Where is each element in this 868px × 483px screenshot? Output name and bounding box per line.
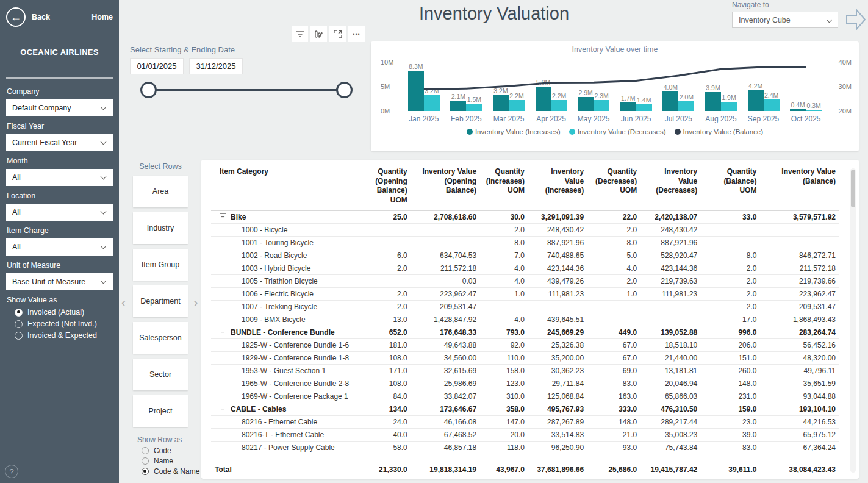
rows-button-industry[interactable]: Industry	[133, 212, 188, 244]
bar[interactable]	[662, 91, 678, 111]
fiscal-year-select[interactable]: Current Fiscal Year	[6, 134, 113, 151]
table-row[interactable]: 1969-W - Conference Package 184.033,842.…	[211, 390, 839, 403]
back-arrow-icon[interactable]: ←	[6, 7, 26, 27]
table-row[interactable]: 1005 - Triathlon Bicycle0.034.0439,479.2…	[211, 275, 839, 288]
table-row[interactable]: 80217 - Power Supply Cable58.046,857.181…	[211, 442, 839, 454]
radio-code[interactable]: Code	[142, 446, 199, 455]
table-row[interactable]: 1929-W - Conference Bundle 1-8108.034,56…	[211, 352, 839, 365]
location-select[interactable]: All	[6, 204, 113, 221]
table-row[interactable]: 80216 - Ethernet Cable24.046,166.08147.0…	[211, 416, 839, 429]
rows-button-item-group[interactable]: Item Group	[133, 249, 188, 281]
end-date-input[interactable]: 31/12/2025	[189, 58, 243, 74]
table-row[interactable]: 1002 - Road Bicycle6.0634,704.537.0740,4…	[211, 249, 839, 262]
back-button[interactable]: Back	[32, 13, 50, 21]
table-scrollbar[interactable]	[850, 168, 856, 473]
bar-group[interactable]: 4.0M2.0M	[658, 55, 700, 111]
bar[interactable]	[466, 104, 482, 111]
bar[interactable]	[705, 92, 721, 111]
chevron-left-icon[interactable]: ‹	[121, 295, 126, 311]
navigate-to-select[interactable]: Inventory Cube	[732, 12, 838, 28]
table-row[interactable]: −CABLE - Cables134.0173,646.67358.0495,7…	[211, 403, 839, 416]
help-icon[interactable]: ?	[5, 465, 18, 478]
bar[interactable]	[493, 95, 509, 111]
rows-button-area[interactable]: Area	[133, 176, 188, 207]
bar-group[interactable]: 2.1M1.5M	[445, 55, 488, 111]
start-date-input[interactable]: 01/01/2025	[130, 58, 184, 74]
table-row[interactable]: 1006 - Electric Bicycle2.0223,962.471.01…	[211, 288, 839, 301]
bar[interactable]	[806, 110, 822, 111]
table-row[interactable]: 1001 - Touring Bicycle8.0887,921.968.088…	[211, 237, 839, 249]
table-row[interactable]: 1007 - Trekking Bicycle2.0209,531.472.02…	[211, 301, 839, 313]
column-header[interactable]: Inventory Value (Balance)	[760, 166, 839, 210]
legend-item[interactable]: Inventory Value (Balance)	[675, 128, 763, 135]
bar-group[interactable]: 3.2M2.2M	[487, 55, 530, 111]
radio-invoiced-and-expected[interactable]: Invoiced & Expected	[15, 331, 113, 340]
month-select[interactable]: All	[6, 169, 113, 186]
legend-item[interactable]: Inventory Value (Decreases)	[569, 128, 666, 135]
bar-group[interactable]: 8.3M3.2M	[403, 55, 445, 111]
more-options-icon[interactable]: •••	[348, 26, 365, 42]
table-row[interactable]: 1000 - Bicycle2.0248,430.422.0248,430.42	[211, 224, 839, 237]
column-header[interactable]: Quantity (Balance) UOM	[701, 166, 760, 210]
bar[interactable]	[450, 101, 466, 111]
table-row[interactable]: 1953-W - Guest Section 1171.032,615.6915…	[211, 365, 839, 377]
bar[interactable]	[536, 87, 551, 111]
collapse-icon[interactable]: −	[220, 213, 226, 220]
bar[interactable]	[636, 104, 652, 111]
bar[interactable]	[620, 102, 636, 111]
smart-narrative-icon[interactable]	[310, 26, 327, 42]
column-header[interactable]: Inventory Value (Decreases)	[640, 166, 701, 210]
bar-group[interactable]: 2.9M2.3M	[572, 55, 615, 111]
bar-group[interactable]: 4.2M2.4M	[742, 55, 785, 111]
bar[interactable]	[578, 97, 594, 111]
column-header[interactable]: Inventory Value (Opening Balance)	[411, 166, 480, 210]
table-row[interactable]: 80216-T - Ethernet Cable40.067,468.5220.…	[211, 429, 839, 442]
column-header[interactable]: Item Category	[211, 166, 363, 210]
radio-expected-not-invd[interactable]: Expected (Not Invd.)	[15, 320, 113, 328]
bar[interactable]	[678, 101, 694, 111]
scrollbar-thumb[interactable]	[851, 170, 855, 207]
rows-button-department[interactable]: Department	[133, 285, 188, 317]
table-row[interactable]: −BUNDLE - Conference Bundle652.0176,648.…	[211, 326, 839, 339]
home-button[interactable]: Home	[91, 13, 113, 21]
table-row[interactable]: 1925-W - Conference Bundle 1-6181.049,64…	[211, 339, 839, 352]
bar-group[interactable]: 5.0M2.2M	[530, 55, 573, 111]
radio-invoiced-actual[interactable]: Invoiced (Actual)	[15, 308, 113, 317]
bar[interactable]	[408, 71, 424, 111]
chevron-right-icon[interactable]: ›	[193, 295, 198, 311]
slider-track[interactable]	[146, 89, 346, 91]
bar-group[interactable]: 1.7M1.4M	[615, 55, 658, 111]
slider-handle-end[interactable]	[336, 82, 353, 98]
item-charge-select[interactable]: All	[6, 238, 113, 256]
collapse-icon[interactable]: −	[220, 406, 226, 412]
column-header[interactable]: Quantity (Opening Balance) UOM	[363, 166, 411, 210]
bar[interactable]	[721, 102, 737, 111]
rows-button-salesperson[interactable]: Salesperson	[133, 322, 188, 354]
column-header[interactable]: Quantity (Increases) UOM	[480, 166, 528, 210]
rows-button-sector[interactable]: Sector	[133, 359, 188, 390]
table-row[interactable]: 1003 - Hybrid Bicycle2.0211,572.184.0423…	[211, 262, 839, 275]
rows-button-project[interactable]: Project	[133, 395, 188, 427]
table-row[interactable]: −Bike25.02,708,618.6030.03,291,091.3922.…	[211, 211, 839, 224]
legend-item[interactable]: Inventory Value (Increases)	[467, 128, 561, 135]
unit-of-measure-select[interactable]: Base Unit of Measure	[6, 273, 113, 290]
collapse-icon[interactable]: −	[220, 329, 226, 335]
radio-name[interactable]: Name	[142, 457, 199, 465]
bar-group[interactable]: 3.9M1.9M	[700, 55, 742, 111]
radio-code-and-name[interactable]: Code & Name	[142, 467, 199, 476]
column-header[interactable]: Inventory Value (Increases)	[528, 166, 587, 210]
table-row[interactable]: 1965-W - Conference Bundle 2-8108.025,98…	[211, 377, 839, 390]
bar[interactable]	[424, 95, 440, 111]
column-header[interactable]: Quantity (Decreases) UOM	[587, 166, 640, 210]
bar[interactable]	[748, 90, 764, 111]
company-select[interactable]: Default Company	[6, 99, 113, 116]
bar[interactable]	[790, 109, 806, 111]
navigate-arrow-button[interactable]	[845, 7, 866, 32]
bar-group[interactable]: 0.4M0.3M	[784, 55, 827, 111]
focus-mode-icon[interactable]	[329, 26, 346, 42]
filter-icon[interactable]	[292, 26, 308, 42]
bar[interactable]	[764, 99, 780, 111]
table-row[interactable]: 1009 - BMX Bicycle13.01,428,847.924.0439…	[211, 313, 839, 326]
slider-handle-start[interactable]	[140, 82, 157, 98]
bar[interactable]	[551, 100, 567, 111]
